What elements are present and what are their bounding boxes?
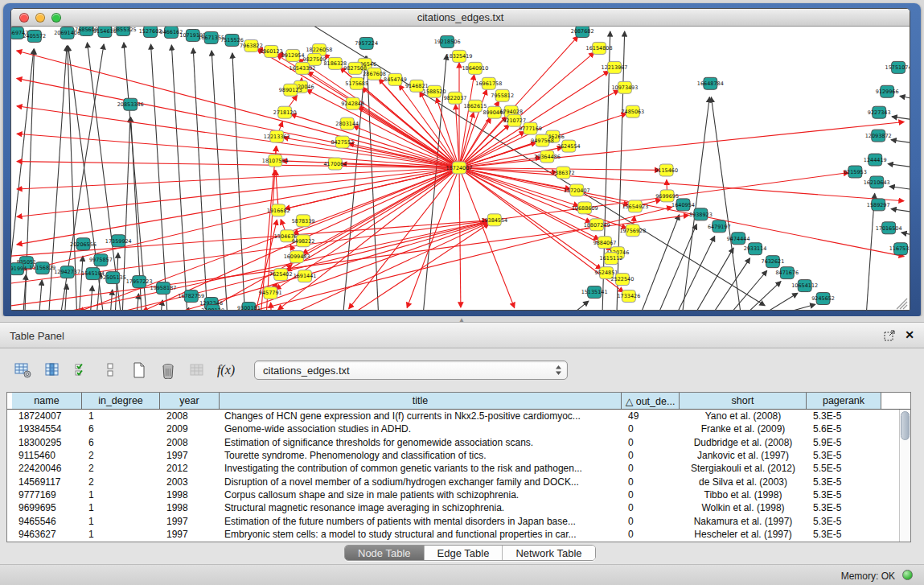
cell-title: Corpus callosum shape and size in male p…	[220, 489, 622, 501]
column-header-out_de[interactable]: △ out_de...	[622, 393, 680, 409]
graph-node-label: 20364486	[534, 154, 561, 160]
table-row[interactable]: 1830029562008Estimation of significance …	[7, 436, 899, 449]
graph-edge[interactable]	[293, 223, 488, 310]
graph-edge[interactable]	[271, 303, 272, 310]
graph-edge[interactable]	[764, 293, 798, 310]
graph-edge[interactable]	[573, 301, 589, 310]
graph-node-label: 16154808	[586, 45, 613, 51]
select-columns-icon[interactable]	[69, 359, 93, 381]
float-panel-icon[interactable]	[884, 330, 895, 341]
tab-network-table[interactable]: Network Table	[502, 546, 594, 560]
column-header-name[interactable]: name	[12, 393, 82, 409]
graph-edge[interactable]	[782, 304, 815, 310]
cell-name: 9465546	[12, 516, 82, 527]
import-table-icon[interactable]	[185, 359, 209, 381]
graph-edge[interactable]	[695, 248, 733, 310]
graph-node-label: 9242848	[341, 101, 364, 107]
table-row[interactable]: 1456911722003Disruption of a novel membe…	[7, 475, 899, 488]
table-row[interactable]: 1872400712008Changes of HCN gene express…	[7, 410, 899, 422]
graph-node-label: 16099483	[284, 253, 310, 260]
graph-edge[interactable]	[193, 48, 207, 310]
graph-node-label: 9890123	[279, 87, 302, 93]
status-bar: Memory: OK	[0, 564, 924, 585]
column-header-title[interactable]: title	[220, 393, 622, 409]
table-settings-icon[interactable]	[11, 359, 35, 381]
table-row[interactable]: 1938455462009Genome-wide association stu…	[7, 422, 899, 435]
column-header-short[interactable]: short	[680, 393, 807, 409]
canvas-resize-grip-icon[interactable]	[897, 299, 907, 309]
table-row[interactable]: 977716911998Corpus callosum shape and si…	[7, 488, 899, 501]
graph-node-label: 1640954	[671, 202, 695, 208]
memory-status-indicator-icon[interactable]	[902, 570, 913, 580]
column-header-year[interactable]: year	[160, 393, 220, 409]
panel-divider[interactable]: ▲	[0, 316, 924, 322]
column-chooser-icon[interactable]	[40, 359, 64, 381]
table-row[interactable]: 946362711997Embryonic stem cells: a mode…	[7, 528, 899, 541]
network-graph[interactable]: 1669747240557220691406768560891546161085…	[11, 27, 910, 310]
table-row[interactable]: 946554611997Estimation of the future num…	[7, 514, 899, 527]
graph-node-label: 18107554	[262, 158, 289, 164]
graph-edge[interactable]	[39, 280, 42, 310]
graph-edge[interactable]	[889, 187, 910, 191]
function-builder-icon[interactable]: f(x)	[214, 359, 238, 381]
cell-indegree: 1	[82, 516, 160, 527]
cell-indegree: 1	[82, 410, 160, 422]
delete-table-icon[interactable]	[156, 359, 180, 381]
graph-edge[interactable]	[641, 215, 680, 310]
close-panel-icon[interactable]: ✕	[905, 328, 914, 341]
graph-edge[interactable]	[891, 140, 910, 144]
column-header-pagerank[interactable]: pagerank	[807, 393, 881, 409]
graph-edge[interactable]	[171, 45, 187, 310]
graph-edge[interactable]	[459, 168, 461, 308]
graph-edge[interactable]	[677, 236, 715, 310]
graph-edge[interactable]	[888, 164, 910, 168]
graph-edge[interactable]	[353, 224, 489, 310]
graph-edge[interactable]	[80, 256, 83, 310]
graph-edge[interactable]	[901, 233, 910, 236]
column-header-in_degree[interactable]: in_degree	[82, 393, 160, 409]
graph-edge[interactable]	[124, 43, 146, 310]
cell-name: 14569117	[12, 476, 82, 488]
graph-node-label: 15720407	[564, 187, 590, 194]
graph-edge[interactable]	[232, 53, 245, 310]
table-row[interactable]: 969969511998Structural magnetic resonanc…	[7, 501, 899, 514]
graph-node-label: 16782759	[178, 293, 204, 299]
cell-title: Investigating the contribution of common…	[220, 463, 622, 474]
table-row[interactable]: 911546021997Tourette syndrome. Phenomeno…	[7, 449, 899, 462]
tab-edge-table[interactable]: Edge Table	[424, 546, 503, 560]
graph-edge[interactable]	[891, 209, 910, 213]
cell-title: Genome-wide association studies in ADHD.	[220, 423, 622, 435]
checkbox-column-icon[interactable]	[98, 359, 122, 381]
window-titlebar[interactable]: citations_edges.txt	[11, 9, 910, 27]
graph-edge[interactable]	[892, 117, 910, 121]
graph-edge[interactable]	[900, 96, 910, 99]
table-selector-dropdown[interactable]: citations_edges.txt	[254, 360, 568, 380]
graph-node-label: 8471676	[775, 270, 799, 276]
graph-node-label: 20853346	[117, 101, 144, 108]
table-row[interactable]: 2242004622012Investigating the contribut…	[7, 462, 899, 475]
graph-edge[interactable]	[343, 56, 366, 310]
graph-edge[interactable]	[17, 51, 459, 168]
graph-node-label: 20206556	[70, 241, 97, 248]
scrollbar-thumb[interactable]	[901, 411, 910, 440]
cell-short: Wolkin et al. (1998)	[680, 502, 807, 513]
graph-node-label: 7485063	[621, 109, 644, 115]
graph-edge[interactable]	[459, 168, 904, 201]
cell-title: Disruption of a novel member of a sodium…	[220, 476, 622, 488]
table-vertical-scrollbar[interactable]	[899, 410, 910, 542]
tab-node-table[interactable]: Node Table	[345, 546, 424, 560]
graph-edge[interactable]	[359, 107, 459, 168]
table-panel-title: Table Panel	[10, 330, 64, 342]
graph-edge[interactable]	[713, 258, 749, 310]
graph-edge[interactable]	[746, 282, 781, 310]
graph-edge[interactable]	[151, 44, 167, 310]
graph-node-label: 1862615	[464, 103, 487, 109]
graph-edge[interactable]	[659, 225, 697, 310]
graph-node-label: 9457791	[259, 290, 282, 296]
new-table-icon[interactable]	[127, 359, 151, 381]
graph-node-label: 9822037	[444, 95, 467, 101]
graph-edge[interactable]	[211, 51, 227, 310]
graph-edge[interactable]	[291, 114, 459, 167]
network-canvas[interactable]: 1669747240557220691406768560891546161085…	[11, 27, 910, 310]
cell-year: 1998	[160, 502, 220, 513]
